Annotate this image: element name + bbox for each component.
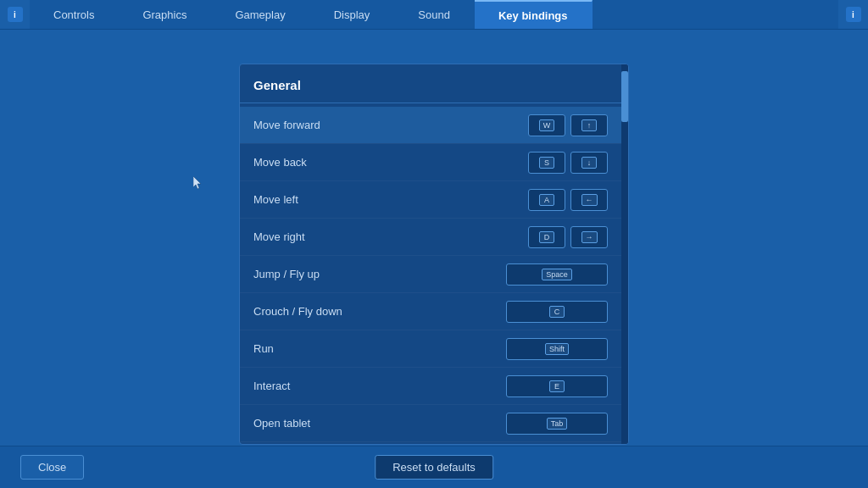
binding-label-move-right: Move right	[253, 230, 528, 243]
binding-label-crouch: Crouch / Fly down	[253, 305, 506, 318]
table-row: Run Shift	[240, 330, 628, 368]
bottom-bar: Close Reset to defaults	[0, 446, 868, 488]
scrollbar[interactable]	[621, 64, 628, 444]
key-button-e[interactable]: E	[506, 375, 608, 397]
key-button-d[interactable]: D	[528, 226, 565, 248]
binding-label-interact: Interact	[253, 380, 506, 392]
key-button-a[interactable]: A	[528, 189, 565, 211]
main-content: General Move forward W ↑ Move back S ↓ M…	[0, 30, 868, 446]
binding-keys-crouch: C	[506, 301, 608, 323]
key-button-shift[interactable]: Shift	[506, 338, 608, 360]
key-button-right[interactable]: →	[570, 226, 608, 248]
key-button-down[interactable]: ↓	[570, 152, 608, 174]
table-row: Crouch / Fly down C	[240, 293, 628, 330]
right-nav-icon[interactable]: i	[838, 0, 868, 29]
key-button-s[interactable]: S	[528, 152, 565, 174]
key-button-tab[interactable]: Tab	[506, 413, 608, 435]
key-button-w[interactable]: W	[528, 114, 565, 136]
binding-label-run: Run	[253, 342, 506, 355]
left-nav-icon[interactable]: i	[0, 0, 30, 29]
tab-gameplay[interactable]: Gameplay	[211, 0, 309, 29]
binding-keys-move-left: A ←	[528, 189, 608, 211]
key-button-c[interactable]: C	[506, 301, 608, 323]
binding-keys-tablet: Tab	[506, 413, 608, 435]
table-row: Move right D →	[240, 219, 628, 256]
table-row: Jump / Fly up Space	[240, 256, 628, 293]
key-button-up[interactable]: ↑	[570, 114, 608, 136]
binding-keys-interact: E	[506, 375, 608, 397]
tab-graphics[interactable]: Graphics	[119, 0, 211, 29]
settings-panel: General Move forward W ↑ Move back S ↓ M…	[239, 64, 629, 445]
close-button[interactable]: Close	[20, 455, 84, 480]
binding-keys-run: Shift	[506, 338, 608, 360]
left-icon-box: i	[8, 7, 23, 22]
table-row: Move left A ←	[240, 181, 628, 219]
binding-label-move-left: Move left	[253, 193, 528, 206]
top-nav-bar: i Controls Graphics Gameplay Display Sou…	[0, 0, 868, 30]
binding-label-jump: Jump / Fly up	[253, 268, 506, 280]
table-row: Interact E	[240, 368, 628, 405]
key-button-space[interactable]: Space	[506, 263, 608, 286]
right-icon-box: i	[846, 7, 861, 22]
binding-keys-move-right: D →	[528, 226, 608, 248]
binding-label-move-back: Move back	[253, 156, 528, 169]
binding-keys-move-back: S ↓	[528, 152, 608, 174]
table-row: Move forward W ↑	[240, 107, 628, 144]
binding-keys-jump: Space	[506, 263, 608, 286]
binding-label-tablet: Open tablet	[253, 417, 506, 430]
binding-label-move-forward: Move forward	[253, 119, 528, 131]
table-row: Open tablet Tab	[240, 405, 628, 442]
binding-keys-move-forward: W ↑	[528, 114, 608, 136]
tab-controls[interactable]: Controls	[30, 0, 119, 29]
reset-defaults-button[interactable]: Reset to defaults	[375, 455, 493, 480]
tab-sound[interactable]: Sound	[394, 0, 475, 29]
nav-tabs-container: Controls Graphics Gameplay Display Sound…	[30, 0, 838, 29]
key-button-left[interactable]: ←	[570, 189, 608, 211]
tab-keybindings[interactable]: Key bindings	[475, 0, 593, 29]
scroll-thumb[interactable]	[621, 71, 628, 122]
table-row: Move back S ↓	[240, 144, 628, 181]
tab-display[interactable]: Display	[310, 0, 395, 29]
section-title: General	[240, 78, 628, 103]
